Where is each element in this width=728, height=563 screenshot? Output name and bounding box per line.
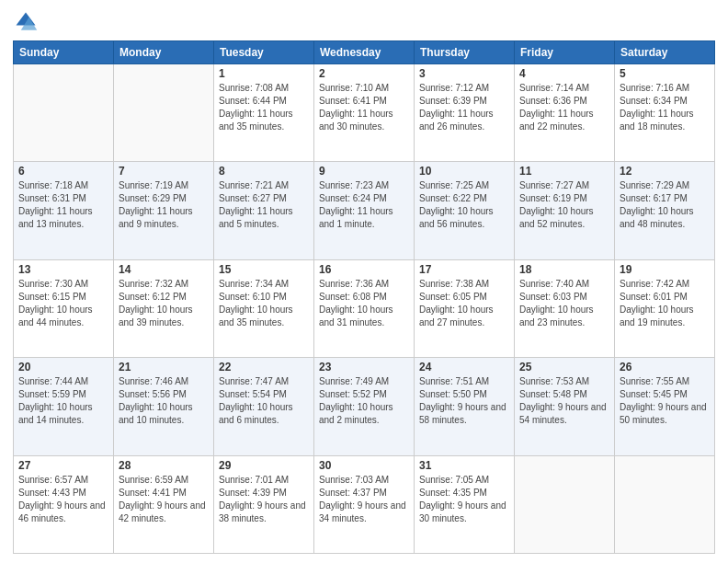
- day-number: 6: [18, 165, 108, 178]
- calendar-cell: 31Sunrise: 7:05 AM Sunset: 4:35 PM Dayli…: [415, 455, 515, 553]
- day-info: Sunrise: 7:49 AM Sunset: 5:52 PM Dayligh…: [319, 375, 409, 427]
- day-number: 9: [319, 165, 409, 178]
- day-number: 13: [18, 263, 108, 276]
- day-number: 5: [620, 67, 710, 80]
- calendar-cell: 8Sunrise: 7:21 AM Sunset: 6:27 PM Daylig…: [214, 162, 314, 259]
- calendar-week-5: 27Sunrise: 6:57 AM Sunset: 4:43 PM Dayli…: [14, 455, 715, 553]
- day-info: Sunrise: 7:18 AM Sunset: 6:31 PM Dayligh…: [18, 179, 108, 231]
- day-number: 25: [519, 361, 609, 373]
- day-info: Sunrise: 7:38 AM Sunset: 6:05 PM Dayligh…: [419, 278, 509, 329]
- calendar-cell: 9Sunrise: 7:23 AM Sunset: 6:24 PM Daylig…: [314, 162, 415, 259]
- calendar-cell: [14, 64, 114, 162]
- calendar-cell: 29Sunrise: 7:01 AM Sunset: 4:39 PM Dayli…: [214, 455, 314, 553]
- calendar-cell: 24Sunrise: 7:51 AM Sunset: 5:50 PM Dayli…: [415, 358, 515, 455]
- day-number: 31: [419, 459, 509, 472]
- calendar-cell: 19Sunrise: 7:42 AM Sunset: 6:01 PM Dayli…: [615, 259, 715, 357]
- header: [13, 9, 715, 35]
- calendar-cell: 7Sunrise: 7:19 AM Sunset: 6:29 PM Daylig…: [114, 162, 214, 259]
- day-info: Sunrise: 6:57 AM Sunset: 4:43 PM Dayligh…: [18, 474, 108, 525]
- day-header-row: SundayMondayTuesdayWednesdayThursdayFrid…: [14, 41, 715, 64]
- calendar-header: SundayMondayTuesdayWednesdayThursdayFrid…: [14, 41, 715, 64]
- calendar-cell: 10Sunrise: 7:25 AM Sunset: 6:22 PM Dayli…: [415, 162, 515, 259]
- logo: [13, 9, 42, 35]
- day-info: Sunrise: 7:30 AM Sunset: 6:15 PM Dayligh…: [18, 278, 108, 329]
- day-header-monday: Monday: [114, 41, 214, 64]
- calendar-cell: 4Sunrise: 7:14 AM Sunset: 6:36 PM Daylig…: [515, 64, 615, 162]
- day-info: Sunrise: 7:03 AM Sunset: 4:37 PM Dayligh…: [319, 474, 409, 525]
- calendar-cell: 12Sunrise: 7:29 AM Sunset: 6:17 PM Dayli…: [615, 162, 715, 259]
- day-number: 17: [419, 263, 509, 276]
- day-info: Sunrise: 7:14 AM Sunset: 6:36 PM Dayligh…: [519, 82, 609, 133]
- day-header-thursday: Thursday: [415, 41, 515, 64]
- calendar-cell: 13Sunrise: 7:30 AM Sunset: 6:15 PM Dayli…: [14, 259, 114, 357]
- day-info: Sunrise: 7:42 AM Sunset: 6:01 PM Dayligh…: [620, 278, 710, 329]
- day-number: 28: [119, 459, 209, 472]
- day-info: Sunrise: 7:32 AM Sunset: 6:12 PM Dayligh…: [119, 278, 209, 329]
- day-number: 24: [419, 361, 509, 373]
- day-info: Sunrise: 7:19 AM Sunset: 6:29 PM Dayligh…: [119, 179, 209, 231]
- day-info: Sunrise: 7:34 AM Sunset: 6:10 PM Dayligh…: [219, 278, 309, 329]
- day-info: Sunrise: 7:16 AM Sunset: 6:34 PM Dayligh…: [620, 82, 710, 133]
- day-info: Sunrise: 7:12 AM Sunset: 6:39 PM Dayligh…: [419, 82, 509, 133]
- calendar-body: 1Sunrise: 7:08 AM Sunset: 6:44 PM Daylig…: [14, 64, 715, 554]
- day-info: Sunrise: 7:47 AM Sunset: 5:54 PM Dayligh…: [219, 375, 309, 427]
- day-number: 1: [219, 67, 309, 80]
- calendar-cell: 17Sunrise: 7:38 AM Sunset: 6:05 PM Dayli…: [415, 259, 515, 357]
- day-header-wednesday: Wednesday: [314, 41, 415, 64]
- day-number: 14: [119, 263, 209, 276]
- day-info: Sunrise: 7:46 AM Sunset: 5:56 PM Dayligh…: [119, 375, 209, 427]
- calendar-cell: 2Sunrise: 7:10 AM Sunset: 6:41 PM Daylig…: [314, 64, 415, 162]
- day-number: 2: [319, 67, 409, 80]
- day-number: 18: [519, 263, 609, 276]
- calendar-cell: 15Sunrise: 7:34 AM Sunset: 6:10 PM Dayli…: [214, 259, 314, 357]
- day-number: 11: [519, 165, 609, 178]
- calendar-week-1: 1Sunrise: 7:08 AM Sunset: 6:44 PM Daylig…: [14, 64, 715, 162]
- calendar-cell: 6Sunrise: 7:18 AM Sunset: 6:31 PM Daylig…: [14, 162, 114, 259]
- day-number: 20: [18, 361, 108, 373]
- day-info: Sunrise: 7:08 AM Sunset: 6:44 PM Dayligh…: [219, 82, 309, 133]
- calendar: SundayMondayTuesdayWednesdayThursdayFrid…: [13, 40, 715, 554]
- day-number: 12: [620, 165, 710, 178]
- day-number: 30: [319, 459, 409, 472]
- day-info: Sunrise: 7:25 AM Sunset: 6:22 PM Dayligh…: [419, 179, 509, 231]
- day-number: 21: [119, 361, 209, 373]
- calendar-cell: 5Sunrise: 7:16 AM Sunset: 6:34 PM Daylig…: [615, 64, 715, 162]
- calendar-cell: 18Sunrise: 7:40 AM Sunset: 6:03 PM Dayli…: [515, 259, 615, 357]
- day-info: Sunrise: 7:51 AM Sunset: 5:50 PM Dayligh…: [419, 375, 509, 427]
- calendar-cell: 21Sunrise: 7:46 AM Sunset: 5:56 PM Dayli…: [114, 358, 214, 455]
- calendar-cell: 1Sunrise: 7:08 AM Sunset: 6:44 PM Daylig…: [214, 64, 314, 162]
- day-info: Sunrise: 7:40 AM Sunset: 6:03 PM Dayligh…: [519, 278, 609, 329]
- calendar-cell: 14Sunrise: 7:32 AM Sunset: 6:12 PM Dayli…: [114, 259, 214, 357]
- calendar-cell: 16Sunrise: 7:36 AM Sunset: 6:08 PM Dayli…: [314, 259, 415, 357]
- day-info: Sunrise: 7:21 AM Sunset: 6:27 PM Dayligh…: [219, 179, 309, 231]
- calendar-cell: 22Sunrise: 7:47 AM Sunset: 5:54 PM Dayli…: [214, 358, 314, 455]
- calendar-cell: 28Sunrise: 6:59 AM Sunset: 4:41 PM Dayli…: [114, 455, 214, 553]
- day-info: Sunrise: 7:53 AM Sunset: 5:48 PM Dayligh…: [519, 375, 609, 427]
- day-info: Sunrise: 6:59 AM Sunset: 4:41 PM Dayligh…: [119, 474, 209, 525]
- day-info: Sunrise: 7:10 AM Sunset: 6:41 PM Dayligh…: [319, 82, 409, 133]
- day-number: 27: [18, 459, 108, 472]
- calendar-cell: 27Sunrise: 6:57 AM Sunset: 4:43 PM Dayli…: [14, 455, 114, 553]
- calendar-week-2: 6Sunrise: 7:18 AM Sunset: 6:31 PM Daylig…: [14, 162, 715, 259]
- day-number: 22: [219, 361, 309, 373]
- day-info: Sunrise: 7:44 AM Sunset: 5:59 PM Dayligh…: [18, 375, 108, 427]
- calendar-cell: [515, 455, 615, 553]
- day-info: Sunrise: 7:05 AM Sunset: 4:35 PM Dayligh…: [419, 474, 509, 525]
- day-info: Sunrise: 7:29 AM Sunset: 6:17 PM Dayligh…: [620, 179, 710, 231]
- day-header-tuesday: Tuesday: [214, 41, 314, 64]
- day-info: Sunrise: 7:01 AM Sunset: 4:39 PM Dayligh…: [219, 474, 309, 525]
- day-number: 23: [319, 361, 409, 373]
- calendar-cell: [114, 64, 214, 162]
- day-info: Sunrise: 7:27 AM Sunset: 6:19 PM Dayligh…: [519, 179, 609, 231]
- day-number: 8: [219, 165, 309, 178]
- day-number: 19: [620, 263, 710, 276]
- day-header-friday: Friday: [515, 41, 615, 64]
- calendar-cell: 20Sunrise: 7:44 AM Sunset: 5:59 PM Dayli…: [14, 358, 114, 455]
- calendar-cell: 26Sunrise: 7:55 AM Sunset: 5:45 PM Dayli…: [615, 358, 715, 455]
- day-number: 3: [419, 67, 509, 80]
- day-number: 26: [620, 361, 710, 373]
- day-number: 16: [319, 263, 409, 276]
- calendar-cell: [615, 455, 715, 553]
- day-number: 4: [519, 67, 609, 80]
- day-number: 7: [119, 165, 209, 178]
